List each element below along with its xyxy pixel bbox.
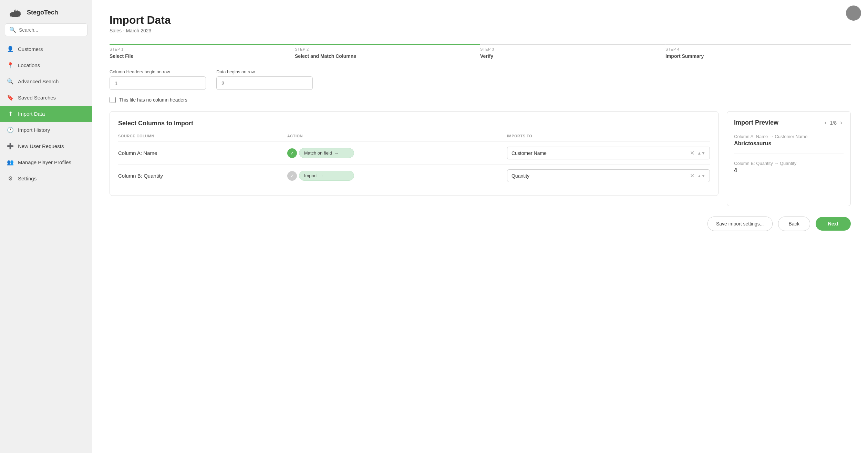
preview-next-button[interactable]: › (839, 118, 844, 127)
saved-searches-icon: 🔖 (7, 94, 14, 101)
step-1: STEP 1 Select File (110, 44, 295, 59)
sidebar-item-label: Import Data (18, 111, 45, 117)
column-headers-field: Column Headers begin on row (110, 69, 206, 90)
sidebar-item-label: Manage Player Profiles (18, 159, 71, 165)
import-history-icon: 🕐 (7, 127, 14, 133)
data-begins-field: Data begins on row (216, 69, 313, 90)
sidebar-item-settings[interactable]: ⚙ Settings (0, 170, 92, 187)
sidebar-item-import-data[interactable]: ⬆ Import Data (0, 106, 92, 122)
action-tag-import[interactable]: Import → (299, 171, 354, 181)
search-wrapper[interactable]: 🔍 (5, 23, 87, 36)
step-2-bar (295, 44, 480, 45)
step-3-label: STEP 3 (480, 47, 665, 51)
preview-item-label-1: Column B: Quantity → Quantity (734, 161, 844, 166)
sidebar-item-manage-player-profiles[interactable]: 👥 Manage Player Profiles (0, 154, 92, 170)
advanced-search-icon: 🔍 (7, 78, 14, 85)
import-preview-panel: Import Preview ‹ 1/8 › Column A: Name → … (727, 111, 851, 206)
preview-item-label-0: Column A: Name → Customer Name (734, 134, 844, 139)
page-title: Import Data (110, 14, 851, 27)
logo-icon (7, 7, 23, 18)
imports-to-value: Quantity (512, 173, 529, 179)
sidebar-item-label: Locations (18, 62, 40, 68)
step-1-title: Select File (110, 53, 295, 59)
preview-header: Import Preview ‹ 1/8 › (734, 118, 844, 127)
step-2: STEP 2 Select and Match Columns (295, 44, 480, 59)
sidebar-item-customers[interactable]: 👤 Customers (0, 41, 92, 57)
sidebar-item-saved-searches[interactable]: 🔖 Saved Searches (0, 89, 92, 106)
preview-title: Import Preview (734, 119, 778, 126)
sidebar-item-advanced-search[interactable]: 🔍 Advanced Search (0, 73, 92, 89)
check-circle-green: ✓ (287, 148, 297, 158)
action-badge: ✓ Match on field → (287, 148, 507, 158)
main-nav: 👤 Customers 📍 Locations 🔍 Advanced Searc… (0, 41, 92, 187)
step-4-title: Import Summary (665, 53, 851, 59)
svg-point-2 (19, 12, 20, 13)
source-col-name: Column A: Name (118, 150, 157, 156)
step-3: STEP 3 Verify (480, 44, 665, 59)
arrow-icon: → (319, 173, 323, 178)
svg-rect-4 (12, 14, 13, 17)
sidebar-item-label: Customers (18, 46, 43, 52)
sidebar-item-import-history[interactable]: 🕐 Import History (0, 122, 92, 138)
sidebar-item-label: Settings (18, 176, 37, 181)
next-button[interactable]: Next (816, 217, 851, 231)
column-headers-label: Column Headers begin on row (110, 69, 206, 74)
preview-item-1: Column B: Quantity → Quantity 4 (734, 161, 844, 180)
manage-profiles-icon: 👥 (7, 159, 14, 166)
sidebar-item-locations[interactable]: 📍 Locations (0, 57, 92, 73)
sidebar: StegoTech 🔍 👤 Customers 📍 Locations 🔍 Ad… (0, 0, 92, 453)
select-columns-panel: Select Columns to Import SOURCE COLUMN A… (110, 111, 719, 196)
sidebar-item-new-user-requests[interactable]: ➕ New User Requests (0, 138, 92, 154)
preview-item-value-1: 4 (734, 167, 844, 173)
new-user-requests-icon: ➕ (7, 143, 14, 149)
import-data-icon: ⬆ (7, 110, 14, 117)
logo-text: StegoTech (27, 9, 58, 16)
settings-icon: ⚙ (7, 175, 14, 182)
steps-container: STEP 1 Select File STEP 2 Select and Mat… (110, 44, 851, 59)
panel-title: Select Columns to Import (118, 120, 710, 127)
sidebar-item-label: Import History (18, 127, 50, 133)
clear-icon[interactable]: ✕ (690, 150, 694, 156)
table-row: Column B: Quantity ✓ Import → (118, 165, 710, 187)
preview-prev-button[interactable]: ‹ (823, 118, 828, 127)
no-headers-label: This file has no column headers (119, 97, 187, 103)
clear-icon[interactable]: ✕ (690, 172, 694, 179)
col-header-action: ACTION (287, 134, 507, 142)
step-1-label: STEP 1 (110, 47, 295, 51)
action-badge: ✓ Import → (287, 171, 507, 181)
action-tag-match[interactable]: Match on field → (299, 148, 354, 158)
imports-to-select-1[interactable]: Quantity ✕ ▲▼ (507, 169, 710, 182)
no-headers-row: This file has no column headers (110, 97, 851, 103)
action-label: Import (304, 173, 317, 178)
locations-icon: 📍 (7, 62, 14, 69)
search-container: 🔍 (0, 23, 92, 41)
search-icon: 🔍 (9, 27, 16, 33)
svg-rect-5 (17, 14, 18, 17)
customers-icon: 👤 (7, 46, 14, 52)
back-button[interactable]: Back (778, 217, 810, 231)
preview-item-value-0: Abrictosaurus (734, 140, 844, 147)
content-with-preview: Select Columns to Import SOURCE COLUMN A… (110, 111, 851, 206)
column-headers-input[interactable] (110, 76, 206, 90)
check-circle-gray: ✓ (287, 171, 297, 181)
search-input[interactable] (19, 27, 83, 33)
bottom-actions: Save import settings... Back Next (110, 217, 851, 231)
sidebar-item-label: Saved Searches (18, 95, 56, 101)
preview-nav: ‹ 1/8 › (823, 118, 844, 127)
step-3-title: Verify (480, 53, 665, 59)
left-panel: Select Columns to Import SOURCE COLUMN A… (110, 111, 719, 206)
save-import-settings-button[interactable]: Save import settings... (707, 217, 773, 231)
sidebar-item-label: Advanced Search (18, 78, 59, 84)
no-headers-checkbox[interactable] (110, 97, 116, 103)
preview-page: 1/8 (830, 120, 837, 126)
imports-to-select-0[interactable]: Customer Name ✕ ▲▼ (507, 147, 710, 159)
sidebar-item-label: New User Requests (18, 143, 64, 149)
avatar[interactable] (846, 6, 861, 21)
data-begins-label: Data begins on row (216, 69, 313, 74)
col-header-source: SOURCE COLUMN (118, 134, 287, 142)
step-1-bar (110, 44, 295, 45)
step-4-label: STEP 4 (665, 47, 851, 51)
row-settings: Column Headers begin on row Data begins … (110, 69, 851, 90)
data-begins-input[interactable] (216, 76, 313, 90)
step-4: STEP 4 Import Summary (665, 44, 851, 59)
